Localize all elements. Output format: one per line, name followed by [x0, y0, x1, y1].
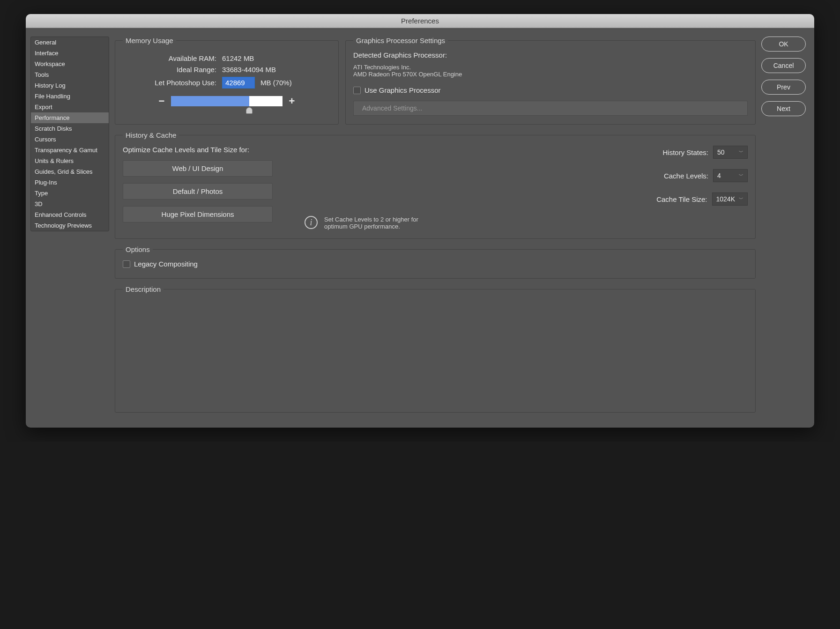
history-states-select[interactable]: 50﹀	[713, 146, 748, 159]
memory-slider-fill	[171, 96, 249, 106]
legacy-compositing-box[interactable]	[123, 260, 130, 268]
next-button[interactable]: Next	[761, 101, 806, 116]
description-group: Description	[115, 285, 756, 413]
memory-increase-button[interactable]: +	[287, 95, 297, 107]
cache-levels-select[interactable]: 4﹀	[713, 169, 748, 182]
preset-huge-pixel-dimensions-button[interactable]: Huge Pixel Dimensions	[123, 206, 273, 222]
memory-slider-thumb[interactable]	[246, 107, 253, 114]
options-legend: Options	[123, 245, 153, 253]
memory-decrease-button[interactable]: −	[157, 95, 166, 107]
history-states-label: History States:	[662, 148, 708, 156]
sidebar-item-3d[interactable]: 3D	[31, 199, 109, 209]
sidebar-item-tools[interactable]: Tools	[31, 69, 109, 80]
cache-presets: Optimize Cache Levels and Tile Size for:…	[123, 146, 273, 230]
ideal-range-value: 33683-44094 MB	[222, 66, 276, 74]
prev-button[interactable]: Prev	[761, 80, 806, 95]
options-group: Options Legacy Compositing	[115, 245, 756, 279]
sidebar-item-workspace[interactable]: Workspace	[31, 59, 109, 69]
cache-hint: Set Cache Levels to 2 or higher for opti…	[324, 216, 437, 230]
main-panel: Memory Usage Available RAM: 61242 MB Ide…	[115, 37, 756, 419]
preset-web-ui-design-button[interactable]: Web / UI Design	[123, 160, 273, 177]
cancel-button[interactable]: Cancel	[761, 58, 806, 73]
sidebar-item-technology-previews[interactable]: Technology Previews	[31, 220, 109, 231]
let-photoshop-use-label: Let Photoshop Use:	[123, 79, 216, 87]
let-photoshop-use-suffix: MB (70%)	[260, 79, 292, 87]
detected-gpu-label: Detected Graphics Processor:	[353, 51, 748, 59]
sidebar-item-type[interactable]: Type	[31, 188, 109, 199]
gpu-vendor: ATI Technologies Inc.	[353, 64, 748, 71]
cache-tile-size-label: Cache Tile Size:	[656, 195, 707, 203]
sidebar-item-transparency-gamut[interactable]: Transparency & Gamut	[31, 145, 109, 155]
legacy-compositing-label: Legacy Compositing	[134, 260, 198, 268]
memory-usage-group: Memory Usage Available RAM: 61242 MB Ide…	[115, 37, 339, 125]
cache-tile-size-select[interactable]: 1024K﹀	[712, 192, 748, 206]
sidebar-item-performance[interactable]: Performance	[31, 112, 109, 123]
info-icon: i	[305, 216, 318, 229]
ok-button[interactable]: OK	[761, 37, 806, 52]
sidebar-item-scratch-disks[interactable]: Scratch Disks	[31, 123, 109, 134]
use-gpu-check-box[interactable]	[353, 87, 361, 94]
ideal-range-label: Ideal Range:	[123, 66, 216, 74]
available-ram-value: 61242 MB	[222, 54, 254, 62]
memory-usage-legend: Memory Usage	[123, 37, 176, 44]
gpu-device: AMD Radeon Pro 570X OpenGL Engine	[353, 71, 748, 78]
chevron-down-icon: ﹀	[739, 196, 743, 202]
preset-default-photos-button[interactable]: Default / Photos	[123, 183, 273, 200]
sidebar-item-export[interactable]: Export	[31, 102, 109, 112]
sidebar: GeneralInterfaceWorkspaceToolsHistory Lo…	[30, 37, 109, 231]
sidebar-item-interface[interactable]: Interface	[31, 48, 109, 59]
history-cache-group: History & Cache Optimize Cache Levels an…	[115, 131, 756, 239]
description-legend: Description	[123, 285, 164, 293]
let-photoshop-use-input[interactable]: 42869	[222, 77, 255, 89]
sidebar-item-history-log[interactable]: History Log	[31, 80, 109, 91]
gpu-legend: Graphics Processor Settings	[353, 37, 448, 44]
chevron-down-icon: ﹀	[739, 149, 743, 155]
sidebar-item-enhanced-controls[interactable]: Enhanced Controls	[31, 209, 109, 220]
memory-slider[interactable]	[171, 96, 282, 106]
sidebar-item-units-rulers[interactable]: Units & Rulers	[31, 155, 109, 166]
sidebar-item-file-handling[interactable]: File Handling	[31, 91, 109, 102]
sidebar-item-cursors[interactable]: Cursors	[31, 134, 109, 145]
available-ram-label: Available RAM:	[123, 54, 216, 62]
window-title: Preferences	[401, 17, 439, 25]
graphics-processor-group: Graphics Processor Settings Detected Gra…	[345, 37, 756, 125]
use-gpu-label: Use Graphics Processor	[364, 86, 441, 94]
use-gpu-checkbox[interactable]: Use Graphics Processor	[353, 86, 441, 94]
cache-settings: History States: 50﹀ Cache Levels: 4﹀	[282, 146, 748, 230]
sidebar-item-general[interactable]: General	[31, 37, 109, 48]
chevron-down-icon: ﹀	[739, 172, 743, 179]
sidebar-item-guides-grid-slices[interactable]: Guides, Grid & Slices	[31, 166, 109, 177]
sidebar-item-plug-ins[interactable]: Plug-Ins	[31, 177, 109, 188]
dialog-buttons: OK Cancel Prev Next	[761, 37, 806, 419]
advanced-settings-button[interactable]: Advanced Settings...	[353, 101, 748, 116]
preferences-window: Preferences GeneralInterfaceWorkspaceToo…	[26, 14, 814, 428]
description-body	[123, 300, 748, 404]
optimize-label: Optimize Cache Levels and Tile Size for:	[123, 146, 273, 154]
legacy-compositing-checkbox[interactable]: Legacy Compositing	[123, 260, 198, 268]
titlebar: Preferences	[26, 14, 814, 28]
history-cache-legend: History & Cache	[123, 131, 179, 139]
cache-levels-label: Cache Levels:	[664, 172, 708, 180]
